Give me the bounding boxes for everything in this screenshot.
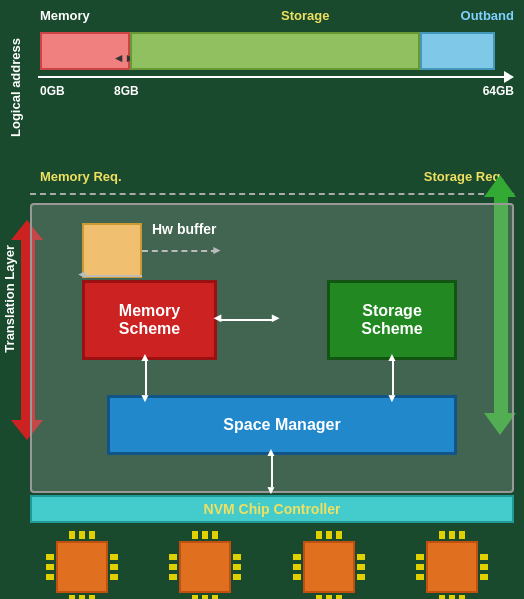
top-section: Logical address Memory Storage Outband 0… xyxy=(30,8,514,163)
pin xyxy=(357,574,365,580)
pin xyxy=(293,564,301,570)
svg-marker-6 xyxy=(484,175,516,197)
hw-buffer-box xyxy=(82,223,142,278)
arrow-sm-down: ▲ ▼ xyxy=(271,455,273,487)
chip-1-pins-right xyxy=(110,554,118,580)
chip-3-pins-right xyxy=(357,554,365,580)
storage-scheme-box: StorageScheme xyxy=(327,280,457,360)
chip-4-pins-top xyxy=(439,531,465,539)
pin xyxy=(326,595,332,599)
pin xyxy=(233,554,241,560)
pin xyxy=(110,574,118,580)
pin xyxy=(480,554,488,560)
pin xyxy=(212,531,218,539)
hw-buffer-label: Hw buffer xyxy=(152,221,217,237)
chip-1-pins-top xyxy=(69,531,95,539)
pin xyxy=(326,531,332,539)
pin xyxy=(192,595,198,599)
pin xyxy=(316,531,322,539)
memory-segment xyxy=(40,32,130,70)
chip-2-pins-right xyxy=(233,554,241,580)
pin xyxy=(416,554,424,560)
address-bar: 0GB 8GB 64GB xyxy=(40,27,514,77)
pin xyxy=(46,564,54,570)
pin xyxy=(212,595,218,599)
pin xyxy=(89,531,95,539)
logical-address-label: Logical address xyxy=(8,38,23,137)
memory-label: Memory xyxy=(40,8,90,23)
gb-8-label: 8GB xyxy=(114,84,139,98)
pin xyxy=(439,531,445,539)
pin xyxy=(69,595,75,599)
chip-4-pins-left xyxy=(416,554,424,580)
pin xyxy=(169,564,177,570)
pin xyxy=(316,595,322,599)
arrow-back-left: ◄ xyxy=(83,275,142,277)
chip-3-pins-top xyxy=(316,531,342,539)
memory-scheme-label: MemoryScheme xyxy=(119,302,180,338)
memory-req-label: Memory Req. xyxy=(40,169,122,184)
chip-1-body xyxy=(56,541,108,593)
pin xyxy=(293,554,301,560)
pin xyxy=(169,554,177,560)
pin xyxy=(459,531,465,539)
pin xyxy=(336,531,342,539)
arrow-ss-sm: ▲ ▼ xyxy=(392,360,394,395)
chip-4 xyxy=(416,531,488,599)
pin xyxy=(416,574,424,580)
pin xyxy=(46,574,54,580)
pin xyxy=(79,531,85,539)
outband-label: Outband xyxy=(461,8,514,23)
nvm-label: NVM Chip Controller xyxy=(204,501,341,517)
arrow-ms-sm: ▲ ▼ xyxy=(145,360,147,395)
pin xyxy=(439,595,445,599)
chip-3-pins-bottom xyxy=(316,595,342,599)
h-arrow-ms-ss: ◄ ► xyxy=(219,319,274,321)
pin xyxy=(110,564,118,570)
chip-3-body xyxy=(303,541,355,593)
outband-segment xyxy=(420,32,495,70)
pin xyxy=(357,564,365,570)
pin xyxy=(233,564,241,570)
pin xyxy=(480,564,488,570)
storage-label: Storage xyxy=(281,8,329,23)
pin xyxy=(336,595,342,599)
axis-arrow xyxy=(38,70,514,84)
chip-2-pins-top xyxy=(192,531,218,539)
gb-64-label: 64GB xyxy=(483,84,514,98)
pin xyxy=(416,564,424,570)
pin xyxy=(449,531,455,539)
space-manager-box: Space Manager xyxy=(107,395,457,455)
pin xyxy=(110,554,118,560)
pin xyxy=(169,574,177,580)
chip-1-pins-bottom xyxy=(69,595,95,599)
chip-4-pins-bottom xyxy=(439,595,465,599)
dashed-separator xyxy=(30,193,514,195)
chip-2-body xyxy=(179,541,231,593)
axis-line xyxy=(38,76,504,78)
dashed-arrow-hwbuf: ► xyxy=(142,250,217,252)
pin xyxy=(89,595,95,599)
memory-scheme-box: MemoryScheme xyxy=(82,280,217,360)
chip-4-pins-right xyxy=(480,554,488,580)
chip-4-body xyxy=(426,541,478,593)
pin xyxy=(357,554,365,560)
axis-arrowhead xyxy=(504,71,514,83)
pin xyxy=(233,574,241,580)
translation-box: ► ◄ Hw buffer MemoryScheme StorageScheme… xyxy=(30,203,514,493)
pin xyxy=(79,595,85,599)
top-labels-row: Memory Storage Outband xyxy=(30,8,514,23)
pin xyxy=(202,595,208,599)
chip-2-pins-left xyxy=(169,554,177,580)
req-labels: Memory Req. Storage Req. xyxy=(30,169,514,184)
pin xyxy=(69,531,75,539)
chips-row xyxy=(20,531,514,599)
pin xyxy=(293,574,301,580)
pin xyxy=(192,531,198,539)
pin xyxy=(46,554,54,560)
chip-1-pins-left xyxy=(46,554,54,580)
space-manager-label: Space Manager xyxy=(223,416,340,434)
nvm-bar: NVM Chip Controller xyxy=(30,495,514,523)
chip-2 xyxy=(169,531,241,599)
gb-0-label: 0GB xyxy=(40,84,65,98)
